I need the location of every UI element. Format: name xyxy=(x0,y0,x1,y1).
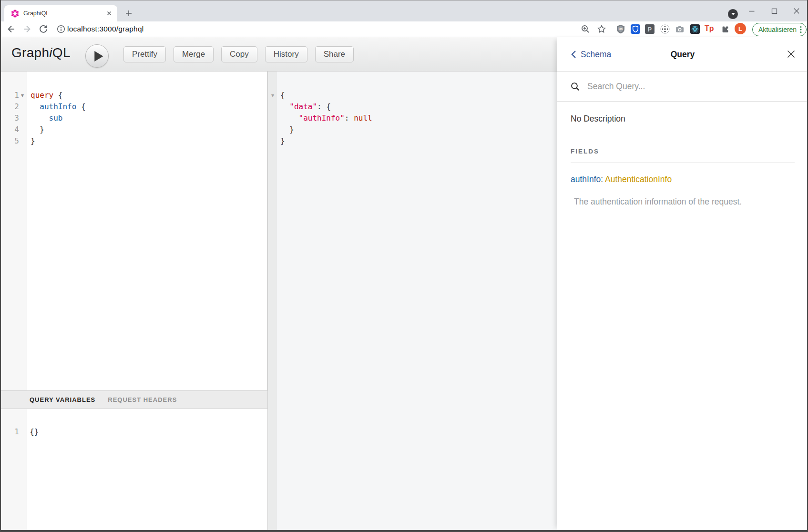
fold-arrow-icon[interactable]: ▾ xyxy=(21,92,24,98)
chevron-left-icon xyxy=(571,50,576,59)
variables-line-numbers: 1 xyxy=(1,426,19,438)
doc-close-button[interactable] xyxy=(787,50,796,59)
graphiql-logo: GraphiQL xyxy=(11,45,71,61)
result-json: { "data": { "authInfo": null }} xyxy=(280,90,372,147)
tp-extension-icon[interactable]: Tp xyxy=(705,24,714,33)
url-text[interactable]: localhost:3000/graphql xyxy=(67,25,143,33)
update-browser-label: Aktualisieren xyxy=(758,26,797,33)
forward-icon[interactable] xyxy=(22,24,32,34)
tab-title: GraphiQL xyxy=(23,10,106,17)
update-browser-button[interactable]: Aktualisieren xyxy=(752,23,807,36)
screenshot-camera-icon[interactable] xyxy=(675,24,685,34)
browser-tab-graphiql[interactable]: GraphiQL xyxy=(4,5,117,21)
doc-back-button[interactable]: Schema xyxy=(571,50,611,60)
doc-type-description: No Description xyxy=(571,114,795,124)
window-minimize-button[interactable] xyxy=(741,4,763,18)
close-icon xyxy=(787,50,796,59)
tab-strip: GraphiQL xyxy=(0,0,808,21)
result-fold-arrow-icon[interactable]: ▾ xyxy=(269,92,276,98)
new-tab-button[interactable] xyxy=(122,7,135,20)
tab-close-icon[interactable] xyxy=(106,10,113,17)
site-info-icon[interactable] xyxy=(56,24,66,34)
doc-field-name[interactable]: authInfo xyxy=(571,174,601,184)
back-icon[interactable] xyxy=(6,24,16,34)
window-edge-bottom xyxy=(0,530,808,532)
toolbar-button-merge[interactable]: Merge xyxy=(174,46,214,62)
query-code[interactable]: query { authInfo { sub }} xyxy=(31,90,86,147)
extensions-puzzle-icon[interactable] xyxy=(720,24,730,34)
window-edge-top xyxy=(0,0,808,0)
doc-field-row: authInfo: AuthenticationInfo xyxy=(571,174,795,184)
page-zoom-icon[interactable] xyxy=(581,24,590,34)
window-maximize-button[interactable] xyxy=(763,4,785,18)
reload-icon[interactable] xyxy=(39,24,48,34)
execute-query-button[interactable] xyxy=(85,44,109,68)
result-viewer-pane: { "data": { "authInfo": null }} xyxy=(277,72,557,530)
variables-editor-pane[interactable]: 1 {} xyxy=(1,409,267,530)
query-line-numbers: 12345 xyxy=(1,90,19,147)
react-devtools-icon[interactable] xyxy=(690,24,700,34)
doc-field-colon: : xyxy=(601,174,603,184)
toolbar-button-share[interactable]: Share xyxy=(315,46,354,62)
doc-field-type[interactable]: AuthenticationInfo xyxy=(605,174,672,184)
toolbar-button-copy[interactable]: Copy xyxy=(221,46,257,62)
doc-field-description: The authentication information of the re… xyxy=(574,197,795,207)
graphiql-toolbar: GraphiQL PrettifyMergeCopyHistoryShare xyxy=(0,37,557,72)
browser-update-indicator-icon[interactable] xyxy=(728,9,738,19)
doc-explorer-header: Schema Query xyxy=(557,37,808,72)
doc-search-input[interactable] xyxy=(586,81,769,92)
move-tool-icon[interactable] xyxy=(660,24,670,34)
profile-avatar[interactable]: L xyxy=(735,23,746,34)
p-extension-label: P xyxy=(648,26,652,33)
p-extension-icon[interactable]: P xyxy=(645,24,655,34)
window-edge-left xyxy=(0,0,1,532)
bookmark-star-icon[interactable] xyxy=(597,24,606,34)
doc-fields-heading: FIELDS xyxy=(571,148,795,163)
bitwarden-icon[interactable] xyxy=(631,24,640,34)
variables-title-bar: QUERY VARIABLES REQUEST HEADERS xyxy=(1,390,267,409)
play-icon xyxy=(86,44,108,68)
toolbar-button-prettify[interactable]: Prettify xyxy=(123,46,166,62)
browser-window: GraphiQL localhost:3000/graphql xyxy=(0,0,808,532)
chrome-menu-kebab-icon[interactable] xyxy=(800,26,802,33)
variables-code[interactable]: {} xyxy=(30,426,39,438)
window-close-button[interactable] xyxy=(786,4,808,18)
doc-explorer-panel: Schema Query No Description FIELDS authI… xyxy=(557,37,808,530)
graphql-favicon-icon xyxy=(11,10,19,18)
tab-request-headers[interactable]: REQUEST HEADERS xyxy=(108,396,177,403)
query-editor-pane[interactable]: 12345 ▾ query { authInfo { sub }} xyxy=(1,72,267,390)
doc-search-row xyxy=(557,72,808,102)
toolbar-button-history[interactable]: History xyxy=(265,46,307,62)
caret-down-icon xyxy=(731,13,735,15)
toolbar-buttons: PrettifyMergeCopyHistoryShare xyxy=(123,46,354,62)
ublock-badge-text: UO xyxy=(619,28,623,31)
search-icon xyxy=(571,82,580,92)
doc-back-label: Schema xyxy=(581,50,611,60)
pane-divider[interactable]: ▾ xyxy=(267,72,277,530)
ublock-origin-icon[interactable]: UO xyxy=(616,24,625,34)
tab-query-variables[interactable]: QUERY VARIABLES xyxy=(30,396,95,403)
